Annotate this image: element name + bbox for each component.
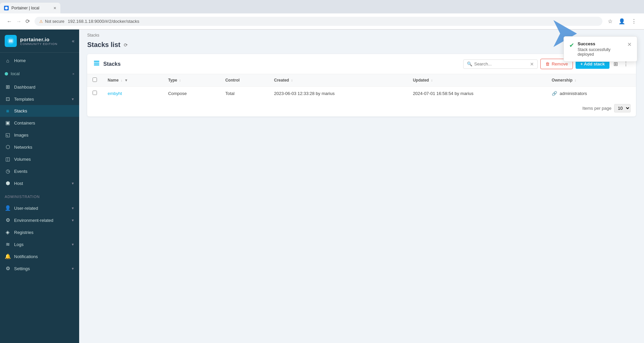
settings-icon: ⚙	[5, 265, 11, 272]
type-sort-icon: ↕	[179, 79, 181, 82]
home-label: Home	[14, 58, 74, 63]
networks-icon: ⬡	[5, 144, 11, 150]
name-filter-button[interactable]: ▼	[124, 78, 128, 82]
control-col-header: Control	[220, 74, 269, 87]
tab-close-button[interactable]: ✕	[53, 6, 56, 10]
user-related-arrow-icon: ▼	[71, 206, 74, 210]
browser-tab[interactable]: Portainer | local ✕	[0, 3, 60, 13]
nav-buttons: ← → ⟳	[5, 17, 31, 26]
sidebar-admin-section: 👤 User-related ▼ ⚙ Environment-related ▼…	[0, 200, 79, 277]
sidebar-item-home[interactable]: ⌂ Home	[0, 55, 79, 66]
ownership-icon: 🔗	[552, 91, 557, 96]
sidebar-item-settings[interactable]: ⚙ Settings ▼	[0, 262, 79, 275]
sidebar-item-host[interactable]: ⬢ Host ▼	[0, 177, 79, 189]
portainer-logo-text: portainer.io Community Edition	[20, 37, 57, 46]
forward-button[interactable]: →	[15, 17, 23, 26]
sidebar-item-stacks[interactable]: ≡ Stacks	[0, 105, 79, 117]
sidebar-item-logs[interactable]: ≋ Logs ▼	[0, 238, 79, 250]
created-col-header: Created ↕	[269, 74, 408, 87]
created-header-label: Created	[274, 78, 289, 83]
name-sort-icon: ↓	[121, 79, 122, 82]
sidebar-item-containers[interactable]: ▣ Containers	[0, 117, 79, 129]
sidebar-item-notifications[interactable]: 🔔 Notifications	[0, 250, 79, 262]
remove-icon: 🗑	[545, 61, 550, 66]
svg-rect-4	[94, 64, 99, 65]
ownership-value: administrators	[559, 91, 587, 96]
security-warning-text: Not secure	[45, 19, 64, 24]
table-row: embyht Compose Total 2023-06-03 12:33:28…	[87, 87, 636, 100]
sidebar-item-networks[interactable]: ⬡ Networks	[0, 141, 79, 153]
logs-icon: ≋	[5, 241, 11, 247]
search-box: 🔍 ✕	[463, 59, 538, 69]
events-icon: ◷	[5, 168, 11, 174]
host-icon: ⬢	[5, 180, 11, 186]
table-header-row: Name ↓ ▼ Type ↕ Control	[87, 74, 636, 87]
ownership-col-header: Ownership ↕	[546, 74, 636, 87]
env-status-dot	[5, 72, 8, 76]
environment-related-icon: ⚙	[5, 217, 11, 223]
search-input[interactable]	[474, 61, 528, 66]
refresh-button[interactable]: ⟳	[124, 42, 128, 48]
type-col-header: Type ↕	[163, 74, 220, 87]
registries-icon: ◈	[5, 229, 11, 235]
table-footer: Items per page 10 25 50	[87, 100, 636, 116]
row-checkbox[interactable]	[93, 91, 97, 95]
sidebar-item-events[interactable]: ◷ Events	[0, 165, 79, 177]
menu-button[interactable]: ⋮	[629, 17, 639, 26]
logs-arrow-icon: ▼	[71, 243, 74, 246]
sidebar-item-images[interactable]: ◱ Images	[0, 129, 79, 141]
add-stack-label: + Add stack	[580, 61, 605, 66]
items-per-page-label: Items per page	[582, 106, 611, 111]
sidebar-templates-label: Templates	[14, 97, 68, 102]
sidebar-registries-label: Registries	[14, 230, 74, 235]
search-clear-button[interactable]: ✕	[530, 61, 534, 67]
stacks-panel-header: Stacks 🔍 ✕ 🗑 Remove + Add stack ⊞	[87, 54, 636, 74]
page-header: Stacks list ⟳	[79, 41, 644, 54]
updated-col-header: Updated ↕	[408, 74, 546, 87]
toast-title: Success	[578, 41, 624, 46]
name-col-header: Name ↓ ▼	[102, 74, 163, 87]
sidebar-item-templates[interactable]: ⊡ Templates ▼	[0, 93, 79, 105]
items-per-page-select[interactable]: 10 25 50	[614, 104, 631, 112]
env-close-button[interactable]: ×	[72, 72, 74, 76]
updated-sort[interactable]: Updated ↕	[413, 78, 541, 83]
row-name-cell: embyht	[102, 87, 163, 100]
url-bar[interactable]: ⚠ Not secure 192.168.1.18:9000/#/2/docke…	[35, 17, 602, 26]
type-sort[interactable]: Type ↕	[168, 78, 215, 83]
environment-related-arrow-icon: ▼	[71, 218, 74, 222]
sidebar-dashboard-label: Dashboard	[14, 85, 74, 90]
browser-chrome: Portainer | local ✕ ← → ⟳ ⚠ Not secure 1…	[0, 0, 644, 30]
bookmark-button[interactable]: ☆	[606, 17, 614, 26]
toast-close-button[interactable]: ✕	[627, 41, 632, 48]
svg-rect-3	[94, 63, 99, 64]
sidebar-item-user-related[interactable]: 👤 User-related ▼	[0, 202, 79, 214]
stacks-panel-icon	[93, 60, 100, 68]
toast-message: Stack successfully deployed	[578, 47, 624, 57]
sidebar-containers-label: Containers	[14, 120, 74, 126]
stack-name-link[interactable]: embyht	[108, 91, 122, 96]
profile-button[interactable]: 👤	[616, 17, 627, 26]
sidebar-item-volumes[interactable]: ◫ Volumes	[0, 153, 79, 165]
reload-button[interactable]: ⟳	[24, 17, 31, 26]
sidebar-host-label: Host	[14, 181, 68, 186]
app-layout: portainer.io Community Edition « ⌂ Home …	[0, 30, 644, 343]
address-bar: ← → ⟳ ⚠ Not secure 192.168.1.18:9000/#/2…	[0, 13, 644, 30]
ownership-sort[interactable]: Ownership ↕	[552, 78, 631, 83]
sidebar-item-environment-related[interactable]: ⚙ Environment-related ▼	[0, 214, 79, 226]
page-title: Stacks list	[87, 41, 120, 49]
sidebar-environment-item[interactable]: local ×	[0, 68, 79, 79]
sidebar-settings-label: Settings	[14, 266, 68, 271]
notifications-icon: 🔔	[5, 253, 11, 259]
table-head: Name ↓ ▼ Type ↕ Control	[87, 74, 636, 87]
updated-sort-icon: ↕	[431, 79, 433, 82]
svg-point-0	[5, 7, 8, 9]
back-button[interactable]: ←	[5, 17, 13, 26]
sidebar-item-registries[interactable]: ◈ Registries	[0, 226, 79, 238]
select-all-checkbox[interactable]	[93, 78, 97, 82]
type-header-label: Type	[168, 78, 177, 83]
name-sort[interactable]: Name ↓ ▼	[108, 78, 157, 83]
notification-toast: ✔ Success Stack successfully deployed ✕	[564, 36, 637, 62]
sidebar-item-dashboard[interactable]: ⊞ Dashboard	[0, 81, 79, 93]
sidebar-collapse-button[interactable]: «	[72, 38, 74, 44]
created-sort[interactable]: Created ↕	[274, 78, 402, 83]
